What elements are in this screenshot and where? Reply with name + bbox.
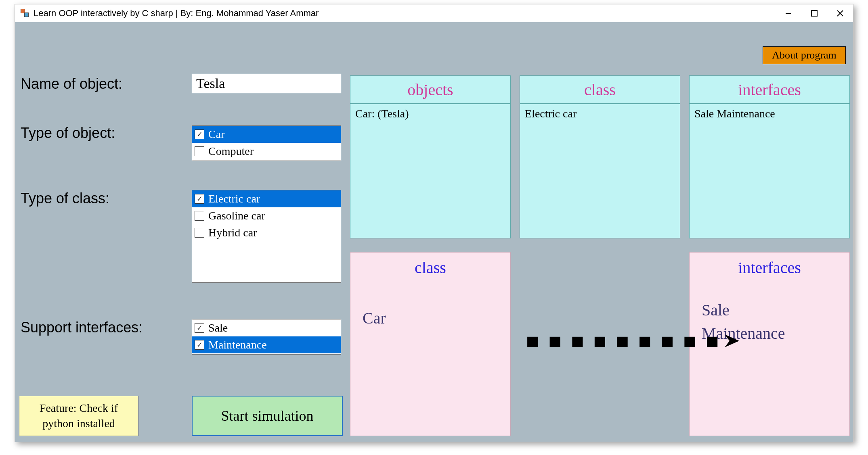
- support-interfaces-list[interactable]: Sale Maintenance: [192, 319, 341, 355]
- minimize-button[interactable]: [776, 4, 801, 22]
- panel-body: Sale Maintenance: [690, 104, 849, 123]
- list-item[interactable]: Hybrid car: [192, 224, 341, 241]
- feature-check-python-button[interactable]: Feature: Check if python installed: [19, 396, 138, 436]
- panel-header: class: [520, 76, 680, 104]
- panel-header: interfaces: [690, 253, 849, 282]
- list-item-label: Gasoline car: [208, 209, 265, 222]
- about-program-button[interactable]: About program: [763, 46, 846, 64]
- app-icon: [21, 9, 29, 18]
- panel-line: Maintenance: [702, 322, 837, 345]
- svg-rect-1: [811, 10, 817, 16]
- checkbox-icon[interactable]: [195, 323, 204, 333]
- panel-header: class: [350, 253, 510, 282]
- titlebar: Learn OOP interactively by C sharp | By:…: [15, 4, 853, 22]
- panel-header: interfaces: [690, 76, 849, 104]
- object-name-input[interactable]: [192, 74, 341, 93]
- list-item[interactable]: Maintenance: [192, 336, 341, 353]
- label-type-of-class: Type of class:: [21, 190, 109, 207]
- panel-header: objects: [350, 76, 510, 104]
- panel-class-bottom: class Car: [350, 252, 511, 436]
- panel-body: Car: [350, 282, 510, 333]
- list-item[interactable]: Sale: [192, 319, 341, 336]
- list-item[interactable]: Electric car: [192, 190, 341, 207]
- panel-body: Car: (Tesla): [350, 104, 510, 123]
- panel-line: Car: [363, 307, 498, 330]
- checkbox-icon[interactable]: [195, 129, 204, 139]
- panel-line: Sale: [702, 298, 837, 322]
- list-item-label: Sale: [208, 321, 228, 334]
- list-item-label: Computer: [208, 145, 254, 158]
- type-of-object-list[interactable]: Car Computer: [192, 125, 341, 161]
- checkbox-icon[interactable]: [195, 228, 204, 238]
- list-item[interactable]: Computer: [192, 143, 341, 160]
- label-support-interfaces: Support interfaces:: [21, 319, 143, 336]
- label-type-of-object: Type of object:: [21, 125, 115, 142]
- panel-class: class Electric car: [520, 75, 680, 238]
- list-item[interactable]: Gasoline car: [192, 207, 341, 224]
- type-of-class-list[interactable]: Electric car Gasoline car Hybrid car: [192, 190, 341, 283]
- panel-objects: objects Car: (Tesla): [350, 75, 511, 238]
- window-title: Learn OOP interactively by C sharp | By:…: [34, 8, 319, 19]
- list-item[interactable]: Car: [192, 126, 341, 143]
- checkbox-icon[interactable]: [195, 146, 204, 156]
- list-item-label: Electric car: [208, 192, 260, 205]
- maximize-button[interactable]: [801, 4, 827, 22]
- panel-interfaces: interfaces Sale Maintenance: [689, 75, 850, 238]
- close-button[interactable]: [827, 4, 853, 22]
- panel-body: Electric car: [520, 104, 680, 123]
- list-item-label: Hybrid car: [208, 226, 257, 239]
- label-name-of-object: Name of object:: [21, 75, 122, 92]
- list-item-label: Maintenance: [208, 338, 267, 351]
- window-frame: Learn OOP interactively by C sharp | By:…: [15, 4, 853, 442]
- checkbox-icon[interactable]: [195, 194, 204, 204]
- checkbox-icon[interactable]: [195, 211, 204, 221]
- svg-marker-4: [725, 334, 739, 347]
- client-area: About program Name of object: Type of ob…: [15, 22, 853, 442]
- arrow-icon: ■ ■ ■ ■ ■ ■ ■ ■ ■: [526, 333, 686, 349]
- checkbox-icon[interactable]: [195, 340, 204, 350]
- start-simulation-button[interactable]: Start simulation: [192, 396, 343, 436]
- list-item-label: Car: [208, 128, 224, 141]
